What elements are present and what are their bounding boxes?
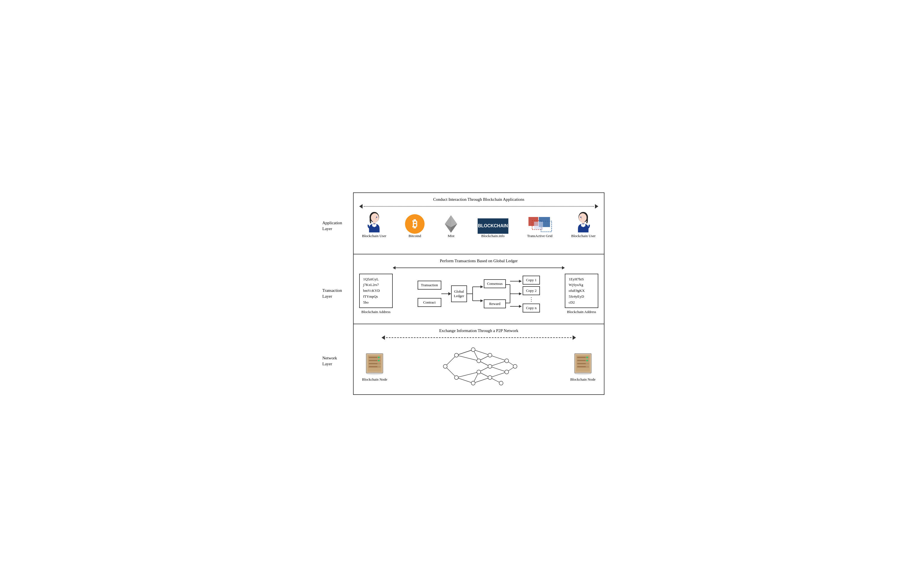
consensus-box: Consensus [484,279,506,288]
arrow-head-1 [448,292,451,295]
svg-point-18 [581,216,582,218]
svg-point-81 [505,370,509,374]
mist-item: Mist [443,214,459,238]
svg-point-79 [499,381,503,385]
application-layer: Conduct Interaction Through Blockchain A… [354,193,604,254]
svg-line-61 [490,361,507,366]
tx-arrow-left [393,266,396,269]
svg-rect-17 [582,221,585,223]
user-right: Blockchain User [571,211,596,238]
svg-marker-33 [519,305,522,308]
svg-point-70 [454,353,459,357]
arrow-right-icon [595,204,598,209]
transactive-icon [527,216,552,234]
diagram-container: Conduct Interaction Through Blockchain A… [353,193,604,395]
user-left: Blockchain User [362,211,386,238]
svg-line-48 [445,366,456,378]
transaction-box: Transaction [417,281,441,290]
addr-right-box: 1EyH7htS WjSyuXg ofuE9gKX 5Sr4yEyD cD2 [565,274,598,308]
net-arrow-row [359,335,598,340]
app-layer-label-container: ApplicationLayer [322,193,342,260]
addr-right-label: Blockchain Address [567,310,596,314]
svg-point-75 [471,381,475,385]
svg-point-95 [574,372,591,375]
svg-rect-41 [369,360,377,361]
addr-left-line3: bmVcKYD [363,288,389,294]
svg-point-44 [378,357,380,358]
addr-left-box: 1Q5ztGyL j7KxL2rs7 bmVcKYD fTYmpQs 5bo [359,274,393,308]
net-layer-label: NetworkLayer [322,355,337,367]
addr-left-line4: fTYmpQs [363,294,389,300]
svg-point-80 [505,359,509,363]
app-icons-row: Blockchain User ₿ Bitcoind [359,211,598,238]
svg-point-72 [471,348,475,351]
main-diagram: Conduct Interaction Through Blockchain A… [353,193,604,395]
svg-point-46 [366,372,383,375]
blockchain-info-icon: BLOCKCHAIN [478,218,508,234]
copy1-box: Copy 1 [523,275,540,285]
addr-right-line3: ofuE9gKX [569,288,594,294]
app-arrow-row [359,204,598,209]
svg-rect-92 [578,366,586,367]
addr-left-line5: 5bo [363,300,389,305]
bitcoin-icon: ₿ [405,214,424,234]
svg-marker-8 [445,215,451,227]
svg-marker-22 [480,285,483,288]
svg-line-63 [490,372,507,378]
blockchain-info-item: BLOCKCHAIN Blockchain.info [478,218,508,238]
arrow-left-icon [359,204,363,209]
server-right-icon [572,351,594,377]
net-arrow-left-icon [381,335,385,340]
net-arrow-right-icon [573,335,576,340]
addr-left-container: 1Q5ztGyL j7KxL2rs7 bmVcKYD fTYmpQs 5bo B… [359,274,393,315]
tx-contract-col: Transaction Contract [417,281,441,307]
branch-section [467,280,484,308]
consensus-reward-col: Consensus Reward [484,279,506,308]
transactive-item: TransActive Grid [527,216,553,238]
bitcoind-label: Bitcoind [409,234,421,238]
copy-branch-svg [506,275,523,312]
net-layer-label-container: NetworkLayer [322,328,342,394]
reward-box: Reward [484,299,506,308]
svg-rect-42 [369,363,377,364]
tx-layer-title: Perform Transactions Based on Global Led… [359,259,598,263]
user-right-label: Blockchain User [571,234,596,238]
svg-rect-90 [578,360,586,361]
svg-point-82 [513,364,517,368]
svg-marker-29 [519,280,522,283]
svg-marker-5 [451,215,457,227]
user-left-label: Blockchain User [362,234,386,238]
branch-svg [467,280,484,308]
layer-labels: ApplicationLayer TransactionLayer Networ… [322,193,342,395]
mist-label: Mist [448,234,454,238]
addr-left-line1: 1Q5ztGyL [363,277,389,282]
addr-right-line5: cD2 [569,300,594,305]
svg-point-45 [378,360,380,361]
svg-point-78 [488,376,492,379]
svg-point-77 [488,364,492,368]
svg-point-69 [443,364,447,368]
svg-marker-24 [480,299,483,302]
copies-col: Copy 1 Copy 2 ⋮ Copy n [523,275,540,312]
global-ledger-text2: Ledger [454,294,464,298]
arrow-line1 [441,294,448,294]
net-layer-title: Exchange Information Through a P2P Netwo… [359,328,598,333]
p2p-network-svg [434,344,523,389]
svg-point-76 [488,353,492,357]
svg-rect-43 [369,366,377,367]
svg-rect-40 [369,357,377,358]
flow-main-row: Transaction Contract Global Ledge [417,275,540,312]
svg-point-93 [586,357,588,358]
svg-point-94 [586,360,588,361]
node-right-label: Blockchain Node [570,377,596,382]
svg-point-74 [477,370,481,374]
svg-rect-91 [578,363,586,364]
svg-rect-89 [578,357,586,358]
ethereum-icon [443,214,459,234]
svg-line-51 [456,378,473,383]
copyn-box: Copy n [523,303,540,312]
svg-point-3 [376,216,377,218]
app-layer-title: Conduct Interaction Through Blockchain A… [359,197,598,202]
blockchain-info-label: Blockchain.info [481,234,505,238]
addr-left-line2: j7KxL2rs7 [363,282,389,288]
